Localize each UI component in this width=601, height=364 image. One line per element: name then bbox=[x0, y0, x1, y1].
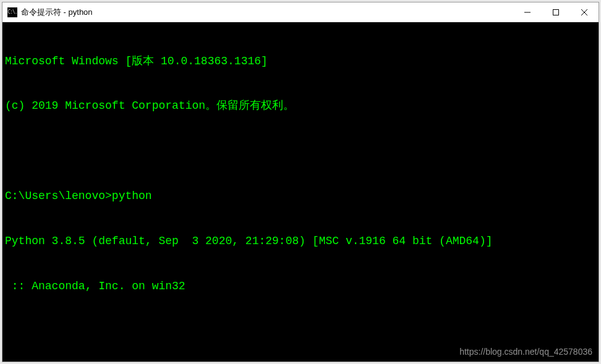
terminal-line: :: Anaconda, Inc. on win32 bbox=[5, 279, 596, 294]
svg-rect-0 bbox=[553, 9, 559, 15]
maximize-button[interactable] bbox=[542, 2, 570, 22]
cmd-icon: C:\. bbox=[7, 7, 17, 17]
minimize-button[interactable] bbox=[513, 2, 542, 22]
window-title: 命令提示符 - python bbox=[21, 7, 513, 18]
minimize-icon bbox=[524, 9, 531, 15]
terminal-line bbox=[5, 143, 596, 158]
terminal-line: C:\Users\lenovo>python bbox=[5, 188, 596, 203]
close-button[interactable] bbox=[570, 2, 599, 22]
watermark-text: https://blog.csdn.net/qq_42578036 bbox=[459, 346, 592, 358]
terminal-line: Microsoft Windows [版本 10.0.18363.1316] bbox=[5, 54, 596, 69]
window-controls bbox=[513, 2, 599, 22]
command-prompt-window: C:\. 命令提示符 - python Microsoft Windows [版… bbox=[2, 2, 599, 362]
title-bar: C:\. 命令提示符 - python bbox=[2, 2, 599, 22]
terminal-line: Python 3.8.5 (default, Sep 3 2020, 21:29… bbox=[5, 234, 596, 248]
terminal-line bbox=[5, 324, 596, 339]
close-icon bbox=[581, 9, 587, 15]
maximize-icon bbox=[553, 9, 559, 15]
terminal-line: (c) 2019 Microsoft Corporation。保留所有权利。 bbox=[5, 98, 596, 113]
terminal-area[interactable]: Microsoft Windows [版本 10.0.18363.1316] (… bbox=[2, 22, 599, 362]
